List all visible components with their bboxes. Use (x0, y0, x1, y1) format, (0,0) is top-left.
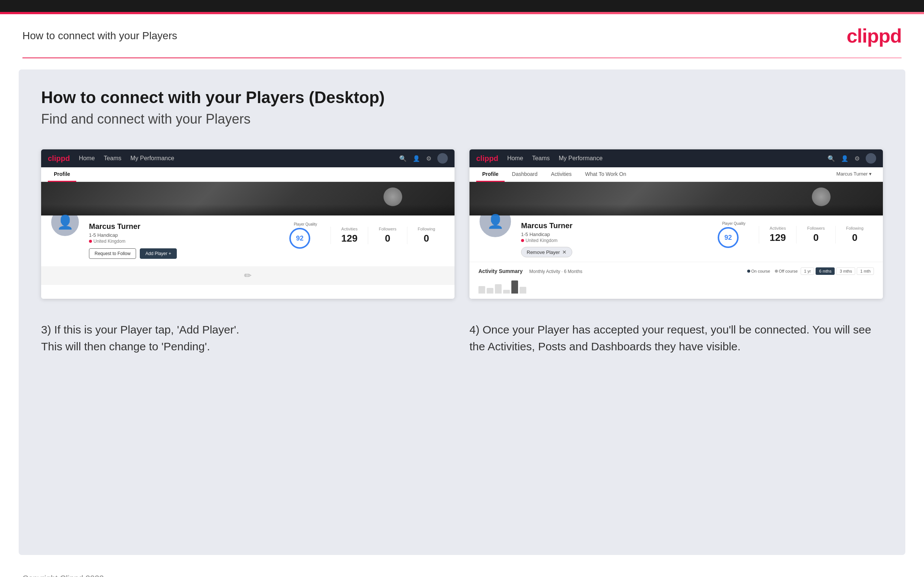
time-btn-1mth[interactable]: 1 mth (857, 268, 874, 275)
app-navbar-1: clippd Home Teams My Performance 🔍 👤 ⚙ (41, 149, 454, 167)
settings-icon-1[interactable]: ⚙ (426, 155, 431, 162)
nav-icons-2: 🔍 👤 ⚙ (827, 153, 876, 164)
app-logo-1: clippd (48, 154, 70, 163)
profile-stats-2: Player Quality 92 Activities 129 Followe… (718, 221, 874, 248)
search-icon-2[interactable]: 🔍 (827, 155, 835, 162)
page-main-title: How to connect with your Players (Deskto… (41, 88, 883, 107)
quality-circle-1: 92 (289, 228, 310, 249)
copyright-text: Copyright Clippd 2022 (23, 574, 104, 577)
quality-block-2: Player Quality 92 (718, 221, 750, 248)
chart-bar-4 (503, 290, 510, 293)
tab-dashboard-2[interactable]: Dashboard (506, 167, 544, 182)
scroll-icon-1: ✏ (244, 271, 252, 281)
stat-activities-value-2: 129 (770, 232, 786, 243)
time-btn-1yr[interactable]: 1 yr (801, 268, 814, 275)
profile-name-1: Marcus Turner (89, 222, 280, 231)
activity-legend-2: On course Off course (747, 269, 798, 273)
avatar-1[interactable] (437, 153, 448, 164)
page-subtitle: Find and connect with your Players (41, 111, 883, 127)
activity-summary-2: Activity Summary Monthly Activity · 6 Mo… (470, 262, 883, 299)
add-player-button-1[interactable]: Add Player + (140, 248, 177, 259)
profile-section-2: 👤 Marcus Turner 1-5 Handicap United King… (470, 216, 883, 262)
activity-header-2: Activity Summary Monthly Activity · 6 Mo… (478, 268, 874, 275)
stat-activities-1: Activities 129 (330, 227, 368, 244)
avatar-2[interactable] (866, 153, 876, 164)
tab-what-to-work-on-2[interactable]: What To Work On (579, 167, 632, 182)
app-navbar-2: clippd Home Teams My Performance 🔍 👤 ⚙ (470, 149, 883, 167)
quality-block-1: Player Quality 92 (289, 222, 321, 249)
profile-handicap-1: 1-5 Handicap (89, 232, 280, 238)
scroll-area-1: ✏ (41, 266, 454, 285)
time-btn-6mths[interactable]: 6 mths (816, 268, 835, 275)
remove-x-icon: ✕ (562, 249, 567, 255)
top-bar (0, 0, 924, 12)
stat-followers-1: Followers 0 (368, 227, 407, 244)
stat-followers-2: Followers 0 (796, 226, 835, 243)
quality-circle-2: 92 (718, 227, 738, 248)
activity-title-2: Activity Summary Monthly Activity · 6 Mo… (478, 268, 582, 274)
banner-image-1 (41, 182, 454, 216)
stat-activities-label-1: Activities (341, 227, 357, 231)
nav-home-2[interactable]: Home (507, 155, 523, 162)
chart-bar-6 (520, 287, 526, 293)
chart-bar-3 (495, 284, 502, 293)
clippd-logo: clippd (846, 25, 901, 47)
nav-performance-1[interactable]: My Performance (131, 155, 174, 162)
stat-following-label-2: Following (846, 226, 863, 230)
description-step3: 3) If this is your Player tap, 'Add Play… (41, 321, 454, 355)
settings-icon-2[interactable]: ⚙ (855, 155, 860, 162)
request-follow-button-1[interactable]: Request to Follow (89, 248, 136, 259)
user-icon-1[interactable]: 👤 (413, 155, 420, 162)
avatar-icon-2: 👤 (487, 214, 504, 229)
stat-activities-2: Activities 129 (759, 226, 796, 243)
stat-following-value-1: 0 (418, 233, 435, 244)
tab-activities-2[interactable]: Activities (545, 167, 577, 182)
page-header: How to connect with your Players clippd (0, 14, 924, 58)
location-icon-1 (89, 240, 92, 243)
main-content: How to connect with your Players (Deskto… (19, 69, 905, 555)
profile-dropdown-2[interactable]: Marcus Turner ▾ (832, 167, 876, 182)
user-icon-2[interactable]: 👤 (841, 155, 848, 162)
nav-home-1[interactable]: Home (79, 155, 95, 162)
stat-followers-label-1: Followers (379, 227, 396, 231)
legend-off-course: Off course (775, 269, 798, 273)
app-logo-2: clippd (476, 154, 498, 163)
activity-chart-2 (478, 279, 874, 293)
profile-handicap-2: 1-5 Handicap (521, 232, 709, 237)
stat-following-1: Following 0 (407, 227, 446, 244)
quality-value-1: 92 (296, 235, 304, 242)
breadcrumb: How to connect with your Players (23, 30, 177, 42)
banner-image-2 (470, 182, 883, 216)
activity-controls-2: On course Off course 1 yr 6 mths 3 mths … (747, 268, 874, 275)
profile-info-1: Marcus Turner 1-5 Handicap United Kingdo… (89, 222, 280, 259)
stat-activities-value-1: 129 (341, 233, 357, 244)
screenshots-row: clippd Home Teams My Performance 🔍 👤 ⚙ P… (41, 149, 883, 299)
time-period-buttons: 1 yr 6 mths 3 mths 1 mth (801, 268, 874, 275)
tab-profile-2[interactable]: Profile (476, 167, 505, 182)
profile-section-1: 👤 Marcus Turner 1-5 Handicap United King… (41, 216, 454, 266)
profile-name-2: Marcus Turner (521, 221, 709, 230)
remove-player-badge[interactable]: Remove Player ✕ (521, 247, 572, 257)
header-divider (23, 58, 901, 58)
screenshot-1: clippd Home Teams My Performance 🔍 👤 ⚙ P… (41, 149, 454, 299)
time-btn-3mths[interactable]: 3 mths (836, 268, 855, 275)
description-step4: 4) Once your Player has accepted your re… (470, 321, 883, 355)
profile-location-2: United Kingdom (521, 238, 709, 243)
nav-teams-1[interactable]: Teams (104, 155, 121, 162)
avatar-icon-1: 👤 (57, 214, 74, 230)
app-tabs-2: Profile Dashboard Activities What To Wor… (470, 167, 883, 182)
quality-value-2: 92 (724, 234, 732, 242)
tab-profile-1[interactable]: Profile (48, 167, 76, 182)
quality-label-1: Player Quality (294, 222, 317, 226)
nav-teams-2[interactable]: Teams (532, 155, 550, 162)
nav-performance-2[interactable]: My Performance (559, 155, 603, 162)
stat-followers-value-1: 0 (379, 233, 396, 244)
page-footer: Copyright Clippd 2022 (0, 566, 924, 577)
profile-location-1: United Kingdom (89, 239, 280, 244)
chart-bar-2 (487, 288, 493, 293)
stat-following-label-1: Following (418, 227, 435, 231)
quality-label-2: Player Quality (722, 221, 745, 226)
stat-following-value-2: 0 (846, 232, 863, 243)
stat-followers-value-2: 0 (807, 232, 825, 243)
search-icon-1[interactable]: 🔍 (399, 155, 407, 162)
